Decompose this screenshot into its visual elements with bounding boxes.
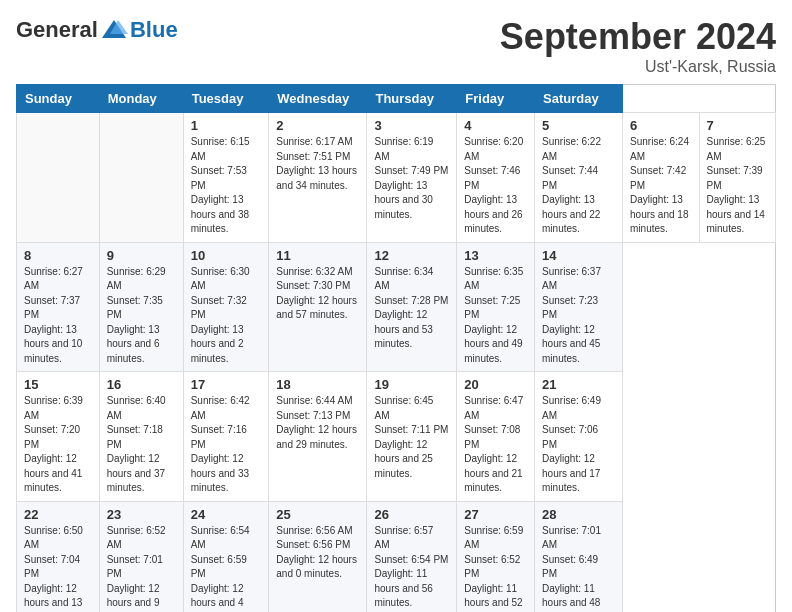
sunrise-text: Sunrise: 6:37 AM bbox=[542, 266, 601, 292]
daylight-text: Daylight: 12 hours and 41 minutes. bbox=[24, 453, 82, 493]
calendar-cell: 12Sunrise: 6:34 AMSunset: 7:28 PMDayligh… bbox=[367, 242, 457, 372]
month-title: September 2024 bbox=[500, 16, 776, 58]
day-number: 11 bbox=[276, 248, 359, 263]
day-number: 24 bbox=[191, 507, 262, 522]
day-number: 28 bbox=[542, 507, 615, 522]
calendar-cell: 14Sunrise: 6:37 AMSunset: 7:23 PMDayligh… bbox=[535, 242, 623, 372]
calendar-cell: 28Sunrise: 7:01 AMSunset: 6:49 PMDayligh… bbox=[535, 501, 623, 612]
day-info: Sunrise: 6:45 AMSunset: 7:11 PMDaylight:… bbox=[374, 394, 449, 481]
daylight-text: Daylight: 12 hours and 0 minutes. bbox=[276, 554, 357, 580]
calendar-cell: 15Sunrise: 6:39 AMSunset: 7:20 PMDayligh… bbox=[17, 372, 100, 502]
sunset-text: Sunset: 7:04 PM bbox=[24, 554, 80, 580]
sunset-text: Sunset: 6:54 PM bbox=[374, 554, 448, 565]
day-number: 3 bbox=[374, 118, 449, 133]
sunset-text: Sunset: 7:35 PM bbox=[107, 295, 163, 321]
sunset-text: Sunset: 7:18 PM bbox=[107, 424, 163, 450]
calendar-cell bbox=[17, 113, 100, 243]
calendar-cell: 3Sunrise: 6:19 AMSunset: 7:49 PMDaylight… bbox=[367, 113, 457, 243]
daylight-text: Daylight: 12 hours and 49 minutes. bbox=[464, 324, 522, 364]
sunrise-text: Sunrise: 6:44 AM bbox=[276, 395, 352, 406]
sunset-text: Sunset: 7:11 PM bbox=[374, 424, 448, 435]
day-info: Sunrise: 6:24 AMSunset: 7:42 PMDaylight:… bbox=[630, 135, 691, 237]
sunset-text: Sunset: 7:13 PM bbox=[276, 410, 350, 421]
day-number: 26 bbox=[374, 507, 449, 522]
calendar-cell: 2Sunrise: 6:17 AMSunset: 7:51 PMDaylight… bbox=[269, 113, 367, 243]
column-header-monday: Monday bbox=[99, 85, 183, 113]
sunset-text: Sunset: 7:06 PM bbox=[542, 424, 598, 450]
day-info: Sunrise: 6:57 AMSunset: 6:54 PMDaylight:… bbox=[374, 524, 449, 611]
day-info: Sunrise: 7:01 AMSunset: 6:49 PMDaylight:… bbox=[542, 524, 615, 613]
daylight-text: Daylight: 13 hours and 26 minutes. bbox=[464, 194, 522, 234]
sunset-text: Sunset: 6:49 PM bbox=[542, 554, 598, 580]
daylight-text: Daylight: 12 hours and 33 minutes. bbox=[191, 453, 249, 493]
day-number: 6 bbox=[630, 118, 691, 133]
logo: General Blue bbox=[16, 16, 178, 44]
day-info: Sunrise: 6:59 AMSunset: 6:52 PMDaylight:… bbox=[464, 524, 527, 613]
calendar-cell: 22Sunrise: 6:50 AMSunset: 7:04 PMDayligh… bbox=[17, 501, 100, 612]
column-header-friday: Friday bbox=[457, 85, 535, 113]
sunrise-text: Sunrise: 6:49 AM bbox=[542, 395, 601, 421]
week-row-3: 15Sunrise: 6:39 AMSunset: 7:20 PMDayligh… bbox=[17, 372, 776, 502]
calendar-cell: 23Sunrise: 6:52 AMSunset: 7:01 PMDayligh… bbox=[99, 501, 183, 612]
daylight-text: Daylight: 12 hours and 53 minutes. bbox=[374, 309, 432, 349]
day-number: 27 bbox=[464, 507, 527, 522]
sunrise-text: Sunrise: 6:20 AM bbox=[464, 136, 523, 162]
day-info: Sunrise: 6:35 AMSunset: 7:25 PMDaylight:… bbox=[464, 265, 527, 367]
daylight-text: Daylight: 12 hours and 45 minutes. bbox=[542, 324, 600, 364]
calendar-cell: 17Sunrise: 6:42 AMSunset: 7:16 PMDayligh… bbox=[183, 372, 269, 502]
calendar-cell: 10Sunrise: 6:30 AMSunset: 7:32 PMDayligh… bbox=[183, 242, 269, 372]
week-row-2: 8Sunrise: 6:27 AMSunset: 7:37 PMDaylight… bbox=[17, 242, 776, 372]
daylight-text: Daylight: 11 hours and 52 minutes. bbox=[464, 583, 522, 613]
day-number: 19 bbox=[374, 377, 449, 392]
calendar-cell: 24Sunrise: 6:54 AMSunset: 6:59 PMDayligh… bbox=[183, 501, 269, 612]
daylight-text: Daylight: 12 hours and 57 minutes. bbox=[276, 295, 357, 321]
calendar-cell: 11Sunrise: 6:32 AMSunset: 7:30 PMDayligh… bbox=[269, 242, 367, 372]
sunrise-text: Sunrise: 6:17 AM bbox=[276, 136, 352, 147]
calendar-cell bbox=[99, 113, 183, 243]
calendar-cell: 16Sunrise: 6:40 AMSunset: 7:18 PMDayligh… bbox=[99, 372, 183, 502]
daylight-text: Daylight: 13 hours and 34 minutes. bbox=[276, 165, 357, 191]
sunset-text: Sunset: 7:23 PM bbox=[542, 295, 598, 321]
day-number: 25 bbox=[276, 507, 359, 522]
day-number: 1 bbox=[191, 118, 262, 133]
day-number: 13 bbox=[464, 248, 527, 263]
day-info: Sunrise: 6:30 AMSunset: 7:32 PMDaylight:… bbox=[191, 265, 262, 367]
sunrise-text: Sunrise: 6:15 AM bbox=[191, 136, 250, 162]
column-header-thursday: Thursday bbox=[367, 85, 457, 113]
daylight-text: Daylight: 12 hours and 9 minutes. bbox=[107, 583, 160, 613]
day-number: 7 bbox=[707, 118, 769, 133]
day-info: Sunrise: 6:44 AMSunset: 7:13 PMDaylight:… bbox=[276, 394, 359, 452]
sunrise-text: Sunrise: 6:45 AM bbox=[374, 395, 433, 421]
sunset-text: Sunset: 7:30 PM bbox=[276, 280, 350, 291]
sunrise-text: Sunrise: 6:29 AM bbox=[107, 266, 166, 292]
sunrise-text: Sunrise: 6:24 AM bbox=[630, 136, 689, 162]
day-info: Sunrise: 6:22 AMSunset: 7:44 PMDaylight:… bbox=[542, 135, 615, 237]
sunset-text: Sunset: 6:52 PM bbox=[464, 554, 520, 580]
day-number: 4 bbox=[464, 118, 527, 133]
sunset-text: Sunset: 7:44 PM bbox=[542, 165, 598, 191]
calendar-table: SundayMondayTuesdayWednesdayThursdayFrid… bbox=[16, 84, 776, 612]
sunset-text: Sunset: 6:56 PM bbox=[276, 539, 350, 550]
daylight-text: Daylight: 12 hours and 21 minutes. bbox=[464, 453, 522, 493]
week-row-4: 22Sunrise: 6:50 AMSunset: 7:04 PMDayligh… bbox=[17, 501, 776, 612]
calendar-cell: 20Sunrise: 6:47 AMSunset: 7:08 PMDayligh… bbox=[457, 372, 535, 502]
day-info: Sunrise: 6:40 AMSunset: 7:18 PMDaylight:… bbox=[107, 394, 176, 496]
sunset-text: Sunset: 7:20 PM bbox=[24, 424, 80, 450]
sunrise-text: Sunrise: 6:54 AM bbox=[191, 525, 250, 551]
sunrise-text: Sunrise: 6:47 AM bbox=[464, 395, 523, 421]
daylight-text: Daylight: 12 hours and 13 minutes. bbox=[24, 583, 82, 613]
week-row-1: 1Sunrise: 6:15 AMSunset: 7:53 PMDaylight… bbox=[17, 113, 776, 243]
day-number: 17 bbox=[191, 377, 262, 392]
sunset-text: Sunset: 7:51 PM bbox=[276, 151, 350, 162]
sunset-text: Sunset: 7:16 PM bbox=[191, 424, 247, 450]
sunset-text: Sunset: 6:59 PM bbox=[191, 554, 247, 580]
day-info: Sunrise: 6:52 AMSunset: 7:01 PMDaylight:… bbox=[107, 524, 176, 613]
calendar-cell: 1Sunrise: 6:15 AMSunset: 7:53 PMDaylight… bbox=[183, 113, 269, 243]
sunset-text: Sunset: 7:49 PM bbox=[374, 165, 448, 176]
daylight-text: Daylight: 13 hours and 30 minutes. bbox=[374, 180, 432, 220]
day-number: 18 bbox=[276, 377, 359, 392]
sunrise-text: Sunrise: 6:30 AM bbox=[191, 266, 250, 292]
page-header: General Blue September 2024 Ust'-Karsk, … bbox=[16, 16, 776, 76]
daylight-text: Daylight: 12 hours and 4 minutes. bbox=[191, 583, 244, 613]
logo-general-text: General bbox=[16, 17, 98, 43]
